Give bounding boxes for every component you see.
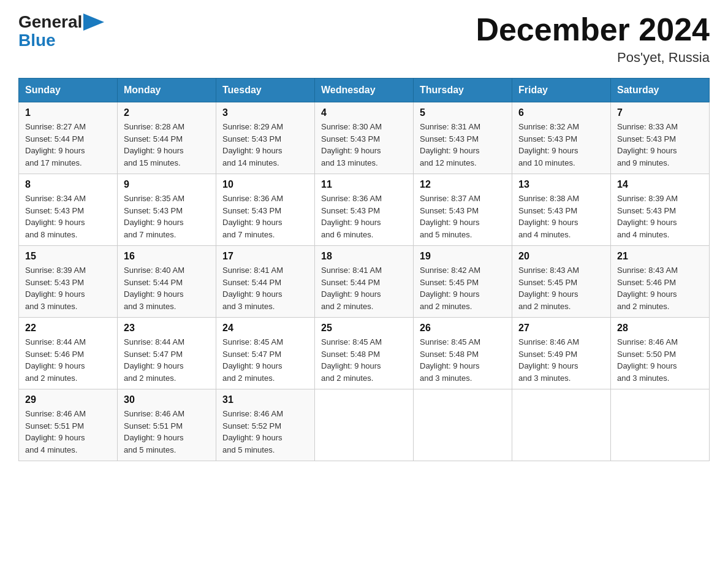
day-number: 25 <box>321 323 407 334</box>
page-header: General Blue December 2024 Pos'yet, Russ… <box>18 12 710 66</box>
day-cell: 16Sunrise: 8:40 AMSunset: 5:44 PMDayligh… <box>118 246 216 318</box>
day-number: 9 <box>124 179 210 190</box>
day-info: Sunrise: 8:40 AMSunset: 5:44 PMDaylight:… <box>124 264 210 312</box>
day-info: Sunrise: 8:45 AMSunset: 5:48 PMDaylight:… <box>420 336 506 384</box>
day-number: 1 <box>25 107 111 118</box>
day-number: 31 <box>222 394 308 405</box>
day-number: 2 <box>124 107 210 118</box>
day-cell: 4Sunrise: 8:30 AMSunset: 5:43 PMDaylight… <box>315 102 414 174</box>
day-header-wednesday: Wednesday <box>315 79 414 102</box>
day-number: 23 <box>124 323 210 334</box>
day-info: Sunrise: 8:46 AMSunset: 5:49 PMDaylight:… <box>518 336 604 384</box>
day-cell: 18Sunrise: 8:41 AMSunset: 5:44 PMDayligh… <box>315 246 414 318</box>
title-block: December 2024 Pos'yet, Russia <box>476 12 710 66</box>
day-number: 4 <box>321 107 407 118</box>
day-cell: 5Sunrise: 8:31 AMSunset: 5:43 PMDaylight… <box>414 102 512 174</box>
day-cell: 30Sunrise: 8:46 AMSunset: 5:51 PMDayligh… <box>118 389 216 461</box>
day-info: Sunrise: 8:46 AMSunset: 5:50 PMDaylight:… <box>617 336 703 384</box>
day-info: Sunrise: 8:41 AMSunset: 5:44 PMDaylight:… <box>222 264 308 312</box>
day-cell <box>512 389 611 461</box>
day-header-tuesday: Tuesday <box>216 79 315 102</box>
day-number: 21 <box>617 251 703 262</box>
day-number: 10 <box>222 179 308 190</box>
day-number: 6 <box>518 107 604 118</box>
logo-arrow-icon <box>83 13 104 31</box>
month-title: December 2024 <box>476 12 710 47</box>
day-number: 5 <box>420 107 506 118</box>
day-info: Sunrise: 8:36 AMSunset: 5:43 PMDaylight:… <box>222 193 308 240</box>
day-cell: 15Sunrise: 8:39 AMSunset: 5:43 PMDayligh… <box>19 246 118 318</box>
day-cell: 25Sunrise: 8:45 AMSunset: 5:48 PMDayligh… <box>315 318 414 389</box>
day-info: Sunrise: 8:27 AMSunset: 5:44 PMDaylight:… <box>25 121 111 169</box>
day-number: 17 <box>222 251 308 262</box>
day-cell: 6Sunrise: 8:32 AMSunset: 5:43 PMDaylight… <box>512 102 611 174</box>
day-info: Sunrise: 8:34 AMSunset: 5:43 PMDaylight:… <box>25 193 111 240</box>
logo: General Blue <box>18 12 104 50</box>
day-header-friday: Friday <box>512 79 611 102</box>
day-number: 29 <box>25 394 111 405</box>
day-cell: 28Sunrise: 8:46 AMSunset: 5:50 PMDayligh… <box>611 318 710 389</box>
day-info: Sunrise: 8:29 AMSunset: 5:43 PMDaylight:… <box>222 121 308 169</box>
day-number: 14 <box>617 179 703 190</box>
day-info: Sunrise: 8:43 AMSunset: 5:45 PMDaylight:… <box>518 264 604 312</box>
day-number: 26 <box>420 323 506 334</box>
day-cell: 24Sunrise: 8:45 AMSunset: 5:47 PMDayligh… <box>216 318 315 389</box>
week-row-4: 22Sunrise: 8:44 AMSunset: 5:46 PMDayligh… <box>19 318 710 389</box>
days-header-row: SundayMondayTuesdayWednesdayThursdayFrid… <box>19 79 710 102</box>
day-info: Sunrise: 8:42 AMSunset: 5:45 PMDaylight:… <box>420 264 506 312</box>
day-info: Sunrise: 8:28 AMSunset: 5:44 PMDaylight:… <box>124 121 210 169</box>
logo-general: General <box>18 12 82 32</box>
logo-blue: Blue <box>18 31 56 50</box>
day-cell: 27Sunrise: 8:46 AMSunset: 5:49 PMDayligh… <box>512 318 611 389</box>
day-cell: 21Sunrise: 8:43 AMSunset: 5:46 PMDayligh… <box>611 246 710 318</box>
day-cell: 22Sunrise: 8:44 AMSunset: 5:46 PMDayligh… <box>19 318 118 389</box>
day-info: Sunrise: 8:44 AMSunset: 5:46 PMDaylight:… <box>25 336 111 384</box>
day-info: Sunrise: 8:46 AMSunset: 5:51 PMDaylight:… <box>25 408 111 456</box>
day-cell: 9Sunrise: 8:35 AMSunset: 5:43 PMDaylight… <box>118 174 216 246</box>
logo-line1: General <box>18 12 104 32</box>
day-cell: 10Sunrise: 8:36 AMSunset: 5:43 PMDayligh… <box>216 174 315 246</box>
day-cell <box>414 389 512 461</box>
day-info: Sunrise: 8:46 AMSunset: 5:51 PMDaylight:… <box>124 408 210 456</box>
day-number: 30 <box>124 394 210 405</box>
day-cell: 13Sunrise: 8:38 AMSunset: 5:43 PMDayligh… <box>512 174 611 246</box>
day-cell: 3Sunrise: 8:29 AMSunset: 5:43 PMDaylight… <box>216 102 315 174</box>
week-row-5: 29Sunrise: 8:46 AMSunset: 5:51 PMDayligh… <box>19 389 710 461</box>
location: Pos'yet, Russia <box>476 50 710 66</box>
day-cell: 19Sunrise: 8:42 AMSunset: 5:45 PMDayligh… <box>414 246 512 318</box>
day-cell: 12Sunrise: 8:37 AMSunset: 5:43 PMDayligh… <box>414 174 512 246</box>
day-number: 16 <box>124 251 210 262</box>
day-number: 28 <box>617 323 703 334</box>
day-number: 22 <box>25 323 111 334</box>
day-number: 8 <box>25 179 111 190</box>
day-info: Sunrise: 8:30 AMSunset: 5:43 PMDaylight:… <box>321 121 407 169</box>
day-header-saturday: Saturday <box>611 79 710 102</box>
day-info: Sunrise: 8:38 AMSunset: 5:43 PMDaylight:… <box>518 193 604 240</box>
day-header-monday: Monday <box>118 79 216 102</box>
day-info: Sunrise: 8:37 AMSunset: 5:43 PMDaylight:… <box>420 193 506 240</box>
day-info: Sunrise: 8:35 AMSunset: 5:43 PMDaylight:… <box>124 193 210 240</box>
day-number: 12 <box>420 179 506 190</box>
day-number: 3 <box>222 107 308 118</box>
day-header-thursday: Thursday <box>414 79 512 102</box>
day-info: Sunrise: 8:43 AMSunset: 5:46 PMDaylight:… <box>617 264 703 312</box>
day-number: 15 <box>25 251 111 262</box>
day-number: 13 <box>518 179 604 190</box>
day-number: 18 <box>321 251 407 262</box>
day-cell: 31Sunrise: 8:46 AMSunset: 5:52 PMDayligh… <box>216 389 315 461</box>
day-info: Sunrise: 8:45 AMSunset: 5:48 PMDaylight:… <box>321 336 407 384</box>
day-info: Sunrise: 8:41 AMSunset: 5:44 PMDaylight:… <box>321 264 407 312</box>
day-cell: 11Sunrise: 8:36 AMSunset: 5:43 PMDayligh… <box>315 174 414 246</box>
day-cell <box>611 389 710 461</box>
calendar-table: SundayMondayTuesdayWednesdayThursdayFrid… <box>18 78 710 461</box>
week-row-3: 15Sunrise: 8:39 AMSunset: 5:43 PMDayligh… <box>19 246 710 318</box>
day-cell: 20Sunrise: 8:43 AMSunset: 5:45 PMDayligh… <box>512 246 611 318</box>
day-number: 7 <box>617 107 703 118</box>
day-cell <box>315 389 414 461</box>
day-cell: 7Sunrise: 8:33 AMSunset: 5:43 PMDaylight… <box>611 102 710 174</box>
day-cell: 8Sunrise: 8:34 AMSunset: 5:43 PMDaylight… <box>19 174 118 246</box>
day-info: Sunrise: 8:44 AMSunset: 5:47 PMDaylight:… <box>124 336 210 384</box>
day-cell: 14Sunrise: 8:39 AMSunset: 5:43 PMDayligh… <box>611 174 710 246</box>
day-info: Sunrise: 8:32 AMSunset: 5:43 PMDaylight:… <box>518 121 604 169</box>
day-number: 11 <box>321 179 407 190</box>
